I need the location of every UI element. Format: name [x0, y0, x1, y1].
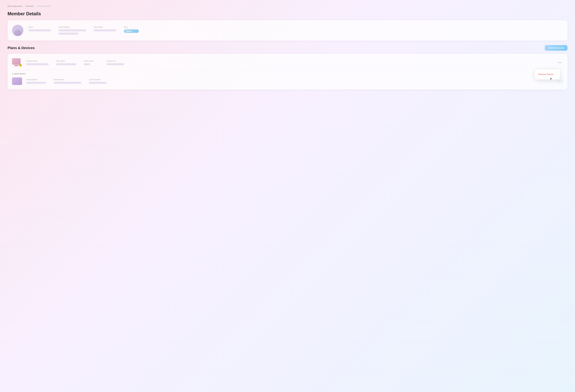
- plan-product-icon: [12, 58, 22, 67]
- email-label: Email Address: [58, 26, 86, 28]
- last-accessed-field: Last Accessed: [89, 79, 106, 84]
- avatar-circle: [12, 25, 23, 36]
- plans-devices-card: Product Name Plan Name Device Slots Rene…: [7, 54, 568, 90]
- plan-icon-badge: [19, 64, 22, 67]
- breadcrumb: Best Organization > Members > Member Det…: [7, 5, 568, 7]
- plan-name-field: Plan Name: [56, 60, 76, 65]
- breadcrumb-sep-1: >: [24, 5, 25, 7]
- last-accessed-label: Last Accessed: [89, 79, 106, 81]
- device-row: Serial Number Device Name Last Accessed …: [12, 77, 563, 85]
- email-field-group: Email Address: [58, 26, 86, 35]
- give-plan-access-button[interactable]: Give Plan Access: [545, 45, 568, 51]
- remove-device-item[interactable]: Remove Device: [535, 71, 560, 77]
- date-label: Date Added: [94, 26, 116, 28]
- product-name-field: Product Name: [26, 60, 49, 65]
- device-slots-bar: [84, 63, 90, 65]
- breadcrumb-current: Member Details: [37, 5, 50, 7]
- breadcrumb-org[interactable]: Best Organization: [7, 5, 23, 7]
- email-value-bar2: [58, 33, 79, 35]
- name-value-bar: [28, 29, 51, 31]
- plan-icon-monitor: [12, 58, 21, 65]
- serial-number-field: Serial Number: [26, 79, 46, 84]
- page-title: Member Details: [7, 11, 568, 16]
- email-value-bar: [58, 29, 86, 31]
- plan-row: Product Name Plan Name Device Slots Rene…: [12, 58, 563, 70]
- renews-on-label: Renews On: [106, 60, 124, 62]
- breadcrumb-members[interactable]: Members: [26, 5, 34, 7]
- last-accessed-bar: [89, 82, 106, 84]
- plan-more-button[interactable]: •••: [557, 61, 563, 65]
- serial-number-bar: [26, 82, 46, 84]
- renews-on-field: Renews On: [106, 60, 124, 65]
- role-badge: Owner: [124, 29, 139, 33]
- device-fields: Serial Number Device Name Last Accessed: [26, 79, 553, 84]
- device-slots-field: Device Slots: [84, 60, 99, 65]
- device-dropdown-menu: Remove Device: [535, 69, 560, 79]
- active-devices-label: 1 active device: [12, 73, 563, 75]
- avatar-body: [14, 30, 21, 36]
- breadcrumb-sep-2: >: [35, 5, 36, 7]
- name-field-group: Name: [28, 26, 51, 35]
- member-info-content: Name Email Address Date Added Role Owner: [12, 25, 563, 36]
- role-field-group: Role Owner: [124, 26, 139, 35]
- name-label: Name: [28, 26, 51, 28]
- member-fields: Name Email Address Date Added Role Owner: [28, 26, 563, 35]
- plans-section-title: Plans & Devices: [7, 46, 35, 50]
- device-name-bar: [54, 82, 81, 84]
- member-info-card: Name Email Address Date Added Role Owner: [7, 20, 568, 41]
- date-field-group: Date Added: [94, 26, 116, 35]
- product-name-bar: [26, 63, 49, 65]
- device-icon: [12, 77, 22, 85]
- product-name-label: Product Name: [26, 60, 49, 62]
- role-label: Role: [124, 26, 139, 28]
- plan-name-bar: [56, 63, 76, 65]
- avatar: [12, 25, 23, 36]
- renews-on-bar: [106, 63, 124, 65]
- plan-fields: Product Name Plan Name Device Slots Rene…: [26, 60, 553, 65]
- device-name-field: Device Name: [54, 79, 81, 84]
- plan-name-label: Plan Name: [56, 60, 76, 62]
- date-value-bar: [94, 29, 116, 31]
- plans-section-header: Plans & Devices Give Plan Access: [7, 45, 568, 51]
- device-slots-label: Device Slots: [84, 60, 99, 62]
- more-dots-icon: •••: [559, 80, 562, 83]
- serial-number-label: Serial Number: [26, 79, 46, 81]
- device-name-label: Device Name: [54, 79, 81, 81]
